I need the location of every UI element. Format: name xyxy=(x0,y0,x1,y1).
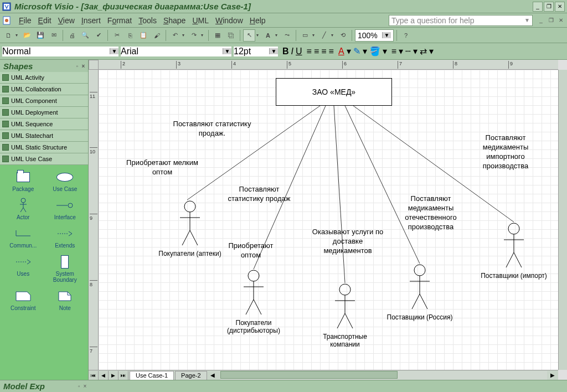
main-system-box[interactable]: ЗАО «МЕД» xyxy=(276,78,392,106)
font-color-button[interactable]: A xyxy=(338,47,344,56)
page-tab-active[interactable]: Use Case-1 xyxy=(130,371,174,380)
menu-format[interactable]: Format xyxy=(104,15,135,26)
rectangle-tool-button[interactable]: ▭ xyxy=(299,29,311,42)
pointer-tool-button[interactable]: ↖ xyxy=(243,29,255,42)
menu-file[interactable]: File xyxy=(16,15,35,26)
menu-window[interactable]: Window xyxy=(212,15,246,26)
pointer-dropdown[interactable]: ▾ xyxy=(256,33,261,38)
connector-tool-button[interactable]: ⤳ xyxy=(281,29,293,42)
stencil-uml-deployment[interactable]: UML Deployment xyxy=(0,107,88,118)
shape-constraint[interactable]: Constraint xyxy=(3,287,43,312)
shape-package[interactable]: Package xyxy=(3,168,43,193)
line-color-dropdown[interactable]: ▾ xyxy=(363,46,367,56)
model-exp-close-button[interactable]: × xyxy=(84,383,87,389)
hscroll-right-button[interactable]: ▶ xyxy=(547,372,558,378)
maximize-button[interactable]: ❐ xyxy=(544,2,554,12)
page-tab-2[interactable]: Page-2 xyxy=(175,371,207,380)
paste-button[interactable]: 📋 xyxy=(137,29,150,42)
actor-transport[interactable] xyxy=(334,283,356,330)
vertical-scrollbar[interactable] xyxy=(558,70,567,370)
zoom-dropdown[interactable]: ▼ xyxy=(382,32,391,38)
tab-nav-last[interactable]: ⏭ xyxy=(118,371,128,380)
text-dropdown[interactable]: ▾ xyxy=(275,33,280,38)
cut-button[interactable]: ✂ xyxy=(111,29,123,42)
stencil-uml-activity[interactable]: UML Activity xyxy=(0,72,88,84)
align-center-button[interactable]: ≡ xyxy=(314,47,319,56)
menu-shape[interactable]: Shape xyxy=(160,15,189,26)
shape-extends[interactable]: Extends xyxy=(45,225,85,250)
mail-button[interactable]: ✉ xyxy=(48,29,60,42)
model-exp-pin-button[interactable]: ▫ xyxy=(78,383,80,389)
canvas[interactable]: ЗАО «МЕД» Поставляют статистику продаж. … xyxy=(99,70,558,370)
mdi-close-button[interactable]: ✕ xyxy=(557,17,565,24)
menu-tools[interactable]: Tools xyxy=(135,15,160,26)
align-left-button[interactable]: ≡ xyxy=(307,47,312,56)
text-tool-button[interactable]: A xyxy=(262,29,274,42)
italic-button[interactable]: I xyxy=(291,47,293,56)
align-justify-button[interactable]: ≡ xyxy=(329,47,334,56)
bold-button[interactable]: B xyxy=(282,47,289,56)
shape-uses[interactable]: Uses xyxy=(3,253,43,284)
line-tool-button[interactable]: ╱ xyxy=(318,29,330,42)
redo-dropdown[interactable]: ▾ xyxy=(201,33,205,38)
mdi-minimize-button[interactable]: _ xyxy=(537,17,545,24)
actor-import-suppliers[interactable] xyxy=(503,222,525,269)
group-button[interactable]: ⿻ xyxy=(225,29,237,42)
horizontal-scrollbar[interactable] xyxy=(220,371,547,380)
shapes-close-button[interactable]: × xyxy=(81,63,85,69)
font-combo[interactable]: Arial▼ xyxy=(121,47,231,56)
shape-use-case[interactable]: Use Case xyxy=(45,168,85,193)
line-pattern-dropdown[interactable]: ▾ xyxy=(413,46,417,56)
line-dropdown[interactable]: ▾ xyxy=(331,33,336,38)
actor-pharmacies[interactable] xyxy=(179,200,201,247)
help-question-input[interactable]: Type a question for help▼ xyxy=(389,15,533,26)
menu-help[interactable]: Help xyxy=(246,15,269,26)
rect-dropdown[interactable]: ▾ xyxy=(312,33,317,38)
shape-note[interactable]: Note xyxy=(45,287,85,312)
copy-button[interactable]: ⎘ xyxy=(124,29,136,42)
menu-uml[interactable]: UML xyxy=(189,15,212,26)
print-preview-button[interactable]: 🔍 xyxy=(79,29,91,42)
menu-insert[interactable]: Insert xyxy=(78,15,104,26)
minimize-button[interactable]: _ xyxy=(533,2,543,12)
zoom-combo[interactable]: 100%▼ xyxy=(355,29,394,42)
fill-color-dropdown[interactable]: ▾ xyxy=(383,46,387,56)
ruler-corner[interactable] xyxy=(89,60,99,70)
size-dropdown[interactable]: ▼ xyxy=(269,48,278,54)
size-combo[interactable]: 12pt▼ xyxy=(234,47,278,56)
horizontal-ruler[interactable]: 2 3 4 5 6 7 8 9 xyxy=(99,60,558,70)
close-button[interactable]: ✕ xyxy=(555,2,565,12)
underline-button[interactable]: U xyxy=(296,47,302,56)
stencil-uml-collaboration[interactable]: UML Collaboration xyxy=(0,84,88,95)
font-dropdown[interactable]: ▼ xyxy=(223,48,231,54)
fill-color-button[interactable]: 🪣 xyxy=(369,46,380,56)
tab-nav-first[interactable]: ⏮ xyxy=(89,371,99,380)
line-color-button[interactable]: ✎ xyxy=(353,46,360,56)
menu-view[interactable]: View xyxy=(55,15,78,26)
actor-russia-suppliers[interactable] xyxy=(409,264,431,311)
hscroll-left-button[interactable]: ◀ xyxy=(207,372,218,378)
shapes-button[interactable]: ▦ xyxy=(212,29,224,42)
shape-actor[interactable]: Actor xyxy=(3,197,43,221)
align-right-button[interactable]: ≡ xyxy=(321,47,326,56)
help-button[interactable]: ? xyxy=(400,29,412,42)
save-button[interactable]: 💾 xyxy=(34,29,47,42)
stencil-uml-statechart[interactable]: UML Statechart xyxy=(0,130,88,142)
tab-nav-prev[interactable]: ◀ xyxy=(99,371,109,380)
line-pattern-button[interactable]: ┄ xyxy=(405,46,411,56)
stencil-uml-sequence[interactable]: UML Sequence xyxy=(0,118,88,130)
tab-nav-next[interactable]: ▶ xyxy=(109,371,118,380)
format-painter-button[interactable]: 🖌 xyxy=(151,29,163,42)
spelling-button[interactable]: ✔ xyxy=(92,29,105,42)
shapes-pin-button[interactable]: ▫ xyxy=(76,63,79,69)
actor-distributors[interactable] xyxy=(243,269,265,316)
redo-button[interactable]: ↷ xyxy=(188,29,200,42)
shape-system-boundary[interactable]: System Boundary xyxy=(45,253,85,284)
undo-button[interactable]: ↶ xyxy=(169,29,181,42)
font-color-dropdown[interactable]: ▾ xyxy=(347,46,351,56)
undo-dropdown[interactable]: ▾ xyxy=(182,33,187,38)
print-button[interactable]: 🖨 xyxy=(66,29,78,42)
line-ends-dropdown[interactable]: ▾ xyxy=(429,46,434,56)
menu-edit[interactable]: Edit xyxy=(35,15,55,26)
style-combo[interactable]: Normal▼ xyxy=(2,47,118,56)
